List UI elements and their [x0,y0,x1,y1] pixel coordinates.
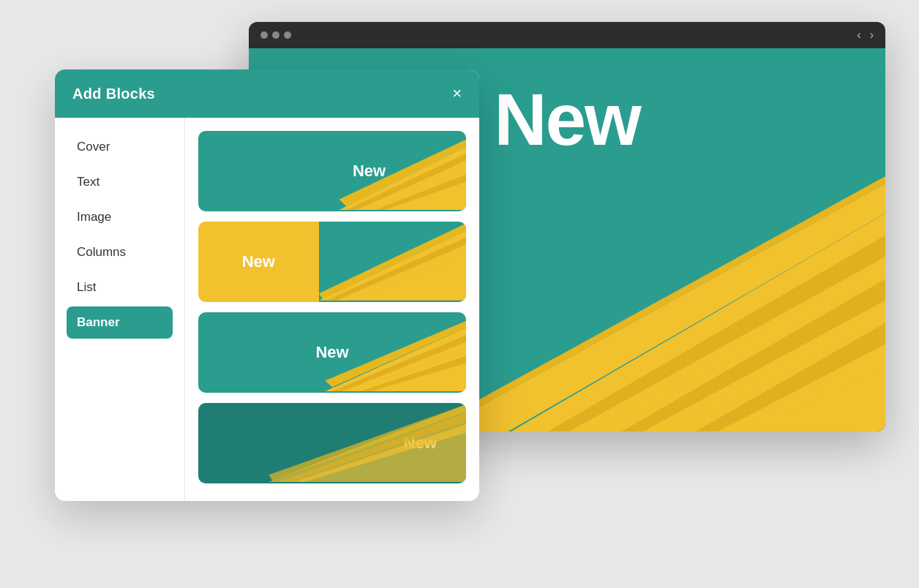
block-thumb-2[interactable]: New [198,222,466,302]
sidebar-item-cover[interactable]: Cover [67,131,173,163]
panel-content: New New [185,118,479,501]
thumb-2-left: New [198,222,319,302]
panel-title: Add Blocks [72,86,155,102]
block-thumb-4[interactable]: New [198,403,466,483]
thumb-3-arch-icon [198,312,466,393]
browser-titlebar: ‹ › [249,22,885,48]
panel-header: Add Blocks × [55,69,479,118]
thumb-4-arch-icon [198,403,466,483]
add-blocks-panel: Add Blocks × Cover Text Image Columns Li… [55,69,479,501]
thumb-2-arch-icon [319,222,466,302]
sidebar-item-text[interactable]: Text [67,166,173,198]
nav-back-icon[interactable]: ‹ [857,29,860,42]
sidebar-item-list[interactable]: List [67,271,173,304]
nav-forward-icon[interactable]: › [870,29,874,42]
browser-dot-3 [284,31,291,39]
thumb-1-arch-icon [198,131,466,211]
panel-close-button[interactable]: × [452,86,462,102]
browser-dots [260,31,291,39]
block-thumb-3[interactable]: New [198,312,466,393]
panel-body: Cover Text Image Columns List Banner New [55,118,479,501]
thumb-1-label: New [353,162,386,181]
block-thumb-1[interactable]: New [198,131,466,211]
browser-dot-2 [272,31,280,39]
panel-sidebar: Cover Text Image Columns List Banner [55,118,185,501]
browser-nav[interactable]: ‹ › [857,29,874,42]
thumb-2-label: New [242,252,275,271]
browser-dot-1 [260,31,268,39]
sidebar-item-image[interactable]: Image [67,201,173,233]
thumb-2-right [319,222,466,302]
sidebar-item-banner[interactable]: Banner [67,306,173,339]
sidebar-item-columns[interactable]: Columns [67,236,173,268]
